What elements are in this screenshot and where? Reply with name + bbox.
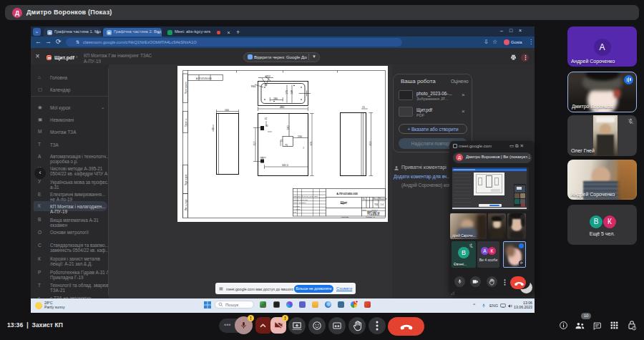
svg-text:190: 190 bbox=[298, 135, 302, 137]
svg-text:Справ. №: Справ. № bbox=[185, 118, 187, 127]
svg-text:Утв.: Утв. bbox=[293, 211, 297, 213]
svg-text:35: 35 bbox=[264, 117, 267, 120]
svg-text:480: 480 bbox=[280, 106, 284, 109]
svg-text:756: 756 bbox=[374, 203, 379, 205]
svg-text:Формат А2: Формат А2 bbox=[366, 216, 375, 218]
svg-text:R40: R40 bbox=[251, 85, 256, 88]
svg-text:148: 148 bbox=[291, 90, 293, 94]
svg-text:341,5: 341,5 bbox=[282, 163, 288, 166]
svg-text:А-ПУ.021450.005: А-ПУ.021450.005 bbox=[336, 192, 358, 195]
svg-text:Н. контр.: Н. контр. bbox=[293, 208, 301, 210]
svg-text:25: 25 bbox=[211, 127, 214, 130]
svg-text:Маса: Маса bbox=[373, 198, 378, 200]
svg-text:450: 450 bbox=[369, 141, 372, 145]
svg-text:А-ПУ.021450.005: А-ПУ.021450.005 bbox=[196, 77, 212, 79]
svg-text:Подп. и дата: Подп. и дата bbox=[185, 174, 187, 185]
svg-text:Ø22: Ø22 bbox=[265, 74, 270, 77]
svg-text:Лист: Лист bbox=[362, 208, 366, 210]
svg-text:Копіював: Копіював bbox=[341, 216, 348, 218]
svg-text:Пров. Прізвище: Пров. Прізвище bbox=[293, 202, 306, 204]
svg-text:505: 505 bbox=[310, 141, 313, 145]
svg-text:21: 21 bbox=[261, 156, 264, 159]
svg-text:55: 55 bbox=[280, 139, 283, 142]
svg-text:180: 180 bbox=[286, 125, 289, 130]
svg-text:I: I bbox=[303, 146, 303, 150]
svg-text:Т. контр.: Т. контр. bbox=[293, 205, 301, 207]
svg-text:1:4: 1:4 bbox=[380, 203, 384, 205]
svg-text:Разраб. Воронков: Разраб. Воронков bbox=[293, 198, 308, 200]
svg-text:Перв. примен.: Перв. примен. bbox=[185, 81, 187, 94]
svg-text:Літ.: Літ. bbox=[362, 198, 365, 200]
svg-text:75: 75 bbox=[285, 143, 288, 146]
svg-text:Инв. № подл.: Инв. № подл. bbox=[185, 198, 187, 210]
svg-text:Масштаб: Масштаб bbox=[379, 198, 387, 200]
svg-text:180: 180 bbox=[273, 97, 278, 99]
svg-text:Щит: Щит bbox=[340, 200, 348, 204]
svg-text:Изм Лист № докум. Подп. Дата: Изм Лист № докум. Подп. Дата bbox=[293, 195, 318, 198]
svg-text:40: 40 bbox=[265, 125, 268, 127]
svg-text:257: 257 bbox=[253, 141, 256, 145]
svg-text:15: 15 bbox=[362, 106, 365, 109]
svg-text:170: 170 bbox=[285, 90, 288, 94]
svg-text:160: 160 bbox=[225, 108, 229, 111]
